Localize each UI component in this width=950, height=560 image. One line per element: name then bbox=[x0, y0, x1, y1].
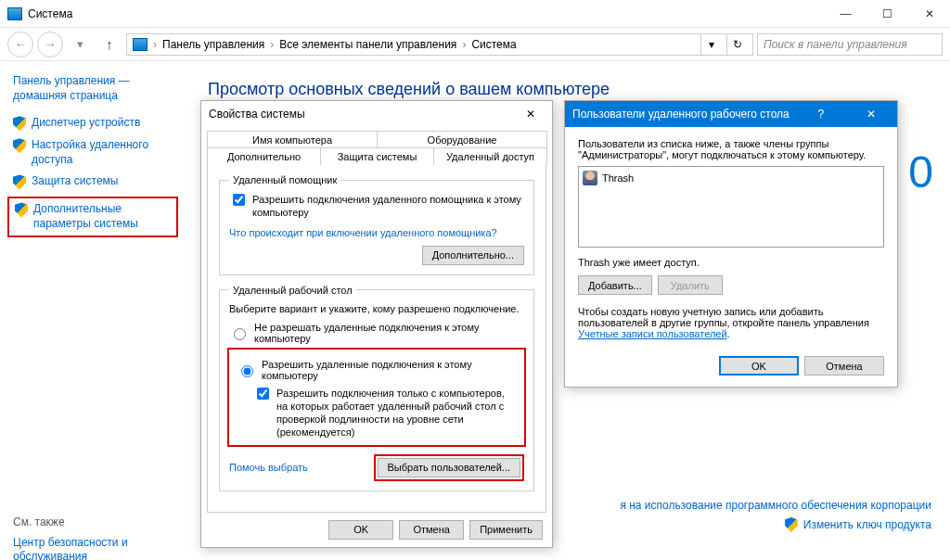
dialog-title: Пользователи удаленного рабочего стола bbox=[572, 108, 790, 121]
sidebar: Панель управления — домашняя страница Ди… bbox=[0, 61, 186, 560]
user-icon bbox=[583, 171, 597, 185]
windows10-logo: 0 bbox=[908, 146, 935, 197]
chevron-right-icon: › bbox=[270, 38, 274, 51]
search-placeholder: Поиск в панели управления bbox=[764, 38, 907, 51]
rdu-has-access: Thrash уже имеет доступ. bbox=[578, 257, 884, 268]
minimize-button[interactable]: — bbox=[825, 0, 867, 27]
cancel-button[interactable]: Отмена bbox=[399, 520, 464, 540]
assist-help-link[interactable]: Что происходит при включении удаленного … bbox=[229, 227, 497, 238]
tab-computername[interactable]: Имя компьютера bbox=[207, 131, 378, 148]
group-legend: Удаленный рабочий стол bbox=[229, 285, 356, 296]
user-list[interactable]: Thrash bbox=[578, 166, 884, 248]
maximize-button[interactable]: ☐ bbox=[867, 0, 908, 27]
sidebar-item-remote[interactable]: Настройка удаленного доступа bbox=[13, 138, 176, 167]
tab-content: Удаленный помощник Разрешить подключения… bbox=[207, 164, 546, 513]
select-users-button[interactable]: Выбрать пользователей... bbox=[378, 458, 521, 477]
dialog-title: Свойства системы bbox=[209, 108, 305, 121]
add-button[interactable]: Добавить... bbox=[578, 275, 652, 295]
dialog-buttons: OK Отмена Применить bbox=[201, 513, 552, 547]
shield-icon bbox=[13, 116, 26, 131]
terms-link[interactable]: я на использование программного обеспече… bbox=[620, 499, 931, 512]
sidebar-item-advanced[interactable]: Дополнительные параметры системы bbox=[15, 202, 171, 231]
list-item[interactable]: Thrash bbox=[583, 171, 879, 185]
breadcrumb[interactable]: › Панель управления › Все элементы панел… bbox=[126, 33, 753, 56]
chevron-right-icon: › bbox=[153, 38, 157, 51]
remote-assistance-group: Удаленный помощник Разрешить подключения… bbox=[219, 174, 534, 275]
change-key-link[interactable]: Изменить ключ продукта bbox=[803, 518, 931, 531]
close-icon[interactable]: ✕ bbox=[853, 108, 890, 121]
nav-toolbar: ← → ▾ ↑ › Панель управления › Все элемен… bbox=[0, 28, 950, 61]
window-title: Система bbox=[28, 7, 72, 20]
rdu-footer-text: Чтобы создать новую учетную запись или д… bbox=[578, 306, 884, 339]
user-name: Thrash bbox=[602, 172, 634, 184]
breadcrumb-cp[interactable]: Панель управления bbox=[162, 38, 264, 51]
remove-button[interactable]: Удалить bbox=[658, 275, 723, 295]
highlight-box: Разрешить удаленные подключения к этому … bbox=[227, 348, 526, 447]
window-controls: — ☐ ✕ bbox=[825, 0, 950, 27]
highlight-box: Дополнительные параметры системы bbox=[7, 197, 178, 236]
breadcrumb-icon bbox=[133, 38, 148, 51]
checkbox-input[interactable] bbox=[257, 388, 269, 400]
assist-advanced-button[interactable]: Дополнительно... bbox=[422, 246, 524, 265]
ok-button[interactable]: OK bbox=[719, 356, 799, 375]
sidebar-item-protect[interactable]: Защита системы bbox=[13, 174, 176, 189]
rdp-intro: Выберите вариант и укажите, кому разреше… bbox=[229, 303, 524, 314]
help-button[interactable]: ? bbox=[809, 108, 834, 121]
cancel-button[interactable]: Отмена bbox=[804, 356, 884, 375]
back-button[interactable]: ← bbox=[7, 32, 33, 57]
shield-icon bbox=[13, 138, 26, 153]
allow-assist-checkbox[interactable]: Разрешить подключения удаленного помощни… bbox=[229, 193, 524, 220]
rdp-help-link[interactable]: Помочь выбрать bbox=[229, 462, 308, 473]
apply-button[interactable]: Применить bbox=[469, 520, 543, 540]
tab-protection[interactable]: Защита системы bbox=[320, 147, 434, 165]
breadcrumb-all[interactable]: Все элементы панели управления bbox=[279, 38, 456, 51]
shield-icon bbox=[15, 202, 28, 217]
sidebar-seealso-label: См. также bbox=[13, 515, 176, 528]
forward-button[interactable]: → bbox=[37, 32, 63, 57]
tab-advanced[interactable]: Дополнительно bbox=[207, 147, 321, 165]
chevron-right-icon: › bbox=[462, 38, 466, 51]
tab-remote[interactable]: Удаленный доступ bbox=[433, 147, 547, 165]
up-button[interactable]: ↑ bbox=[96, 32, 122, 57]
shield-icon bbox=[13, 174, 26, 189]
close-icon[interactable]: ✕ bbox=[517, 108, 545, 121]
ok-button[interactable]: OK bbox=[328, 520, 393, 540]
rdp-nla-checkbox[interactable]: Разрешить подключения только с компьютер… bbox=[253, 387, 517, 439]
search-input[interactable]: Поиск в панели управления bbox=[757, 33, 943, 56]
refresh-button[interactable]: ↻ bbox=[726, 34, 747, 55]
remote-users-dialog: Пользователи удаленного рабочего стола ?… bbox=[564, 100, 898, 388]
breadcrumb-dropdown[interactable]: ▾ bbox=[700, 34, 721, 55]
rdp-disallow-radio[interactable]: Не разрешать удаленные подключения к это… bbox=[229, 322, 524, 344]
close-button[interactable]: ✕ bbox=[908, 0, 950, 27]
bottom-links: я на использование программного обеспече… bbox=[620, 493, 931, 532]
checkbox-input[interactable] bbox=[233, 194, 245, 206]
history-dropdown[interactable]: ▾ bbox=[67, 32, 93, 57]
rdp-allow-radio[interactable]: Разрешить удаленные подключения к этому … bbox=[237, 359, 517, 381]
system-properties-dialog: Свойства системы ✕ Имя компьютера Оборуд… bbox=[200, 100, 553, 548]
system-icon bbox=[7, 7, 22, 20]
dialog-tabs: Имя компьютера Оборудование Дополнительн… bbox=[201, 127, 552, 164]
dialog-titlebar[interactable]: Свойства системы ✕ bbox=[201, 101, 552, 127]
sidebar-item-devicemgr[interactable]: Диспетчер устройств bbox=[13, 116, 176, 131]
radio-input[interactable] bbox=[241, 365, 253, 377]
dialog-titlebar[interactable]: Пользователи удаленного рабочего стола ?… bbox=[565, 101, 897, 127]
sidebar-item-security[interactable]: Центр безопасности и обслуживания bbox=[13, 536, 176, 560]
user-accounts-link[interactable]: Учетные записи пользователей bbox=[578, 328, 727, 339]
rdu-intro: Пользователи из списка ниже, а также чле… bbox=[578, 138, 884, 160]
sidebar-home[interactable]: Панель управления — домашняя страница bbox=[13, 74, 176, 103]
group-legend: Удаленный помощник bbox=[229, 174, 340, 185]
tab-hardware[interactable]: Оборудование bbox=[377, 131, 547, 148]
remote-desktop-group: Удаленный рабочий стол Выберите вариант … bbox=[219, 285, 534, 491]
breadcrumb-sys[interactable]: Система bbox=[471, 38, 516, 51]
radio-input[interactable] bbox=[234, 328, 246, 340]
dialog-body: Пользователи из списка ниже, а также чле… bbox=[565, 127, 897, 387]
page-title: Просмотр основных сведений о вашем компь… bbox=[208, 80, 928, 99]
window-titlebar: Система — ☐ ✕ bbox=[0, 0, 950, 28]
shield-icon bbox=[785, 517, 798, 532]
